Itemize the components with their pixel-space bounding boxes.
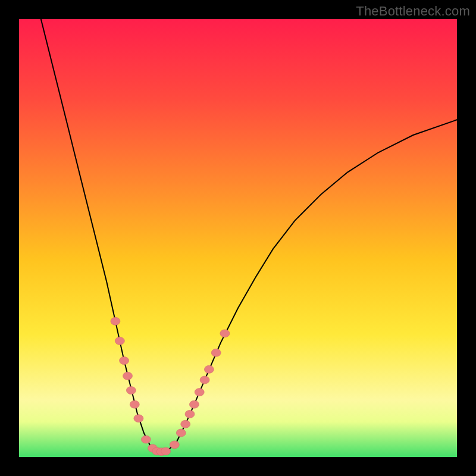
- marker-dot: [111, 317, 120, 325]
- marker-dot: [185, 410, 195, 418]
- marker-dot: [120, 357, 129, 365]
- marker-dot: [204, 365, 214, 373]
- marker-dot: [123, 372, 133, 380]
- marker-dot: [211, 349, 221, 356]
- marker-dot: [189, 400, 199, 408]
- chart-frame: [19, 19, 457, 457]
- bottleneck-curve: [41, 19, 457, 452]
- highlight-dots: [111, 317, 230, 455]
- marker-dot: [170, 441, 179, 449]
- marker-dot: [176, 429, 186, 437]
- marker-dot: [200, 376, 209, 384]
- plot-area: [19, 19, 457, 457]
- marker-dot: [115, 337, 124, 345]
- marker-dot: [181, 420, 190, 428]
- marker-dot: [141, 436, 151, 443]
- marker-dot: [126, 387, 136, 394]
- marker-dot: [195, 389, 204, 396]
- curve-layer: [19, 19, 457, 457]
- watermark-text: TheBottleneck.com: [356, 4, 470, 19]
- marker-dot: [134, 415, 143, 422]
- marker-dot: [130, 400, 139, 408]
- marker-dot: [220, 330, 230, 337]
- marker-dot: [161, 447, 171, 455]
